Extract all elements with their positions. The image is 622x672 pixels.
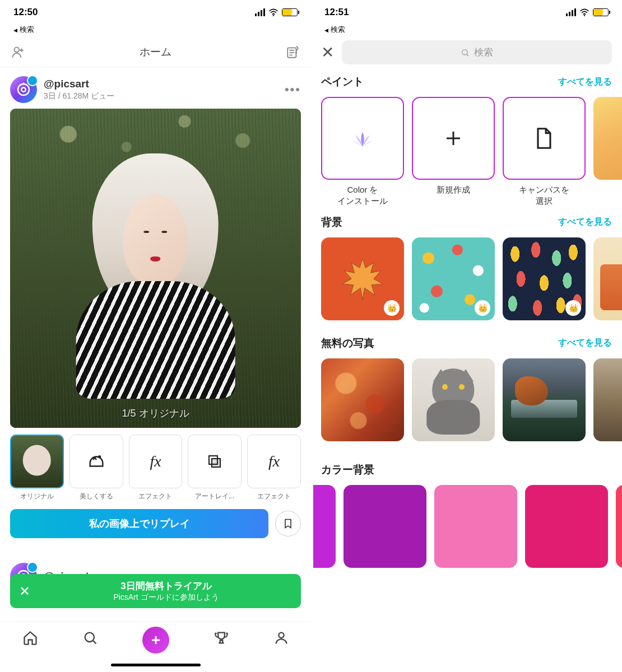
edit-step-artlayer[interactable]: アートレイ... [188,435,242,501]
draft-thumbnail [593,97,622,180]
section-title: カラー背景 [321,463,374,477]
section-title: 無料の写真 [321,336,374,351]
paint-new[interactable]: 新規作成 [412,97,495,207]
back-to-search[interactable]: 検索 [0,25,311,37]
bg-tile-leaves[interactable]: 👑 [503,237,586,320]
see-all-link[interactable]: すべてを見る [558,76,612,88]
post-more-button[interactable]: ••• [285,82,301,97]
plus-icon [443,128,463,148]
premium-icon: 👑 [384,300,400,316]
see-all-link[interactable]: すべてを見る [558,337,612,349]
bg-tile-fall[interactable] [593,237,622,320]
post-subline: 3日 / 61.28M ビュー [44,91,114,101]
status-time: 12:51 [324,7,349,18]
svg-point-5 [21,87,26,92]
wifi-icon [579,8,589,16]
create-header: ✕ 検索 [311,37,622,70]
color-tile[interactable] [616,485,622,568]
section-background-head: 背景 すべてを見る [311,211,622,233]
close-button[interactable]: ✕ [321,43,334,62]
post-header: @picsart 3日 / 61.28M ビュー ••• [0,67,311,109]
color-tile[interactable] [344,485,426,568]
activity-button[interactable] [285,44,301,60]
svg-point-0 [273,15,274,16]
lotus-icon [350,128,375,148]
trial-title: 3日間無料トライアル [40,580,292,592]
trial-subtitle: PicsArt ゴールドに参加しよう [40,592,292,603]
tab-bar [0,622,311,672]
section-title: ペイント [321,74,364,89]
color-tile[interactable] [525,485,608,568]
tab-search[interactable] [82,630,98,648]
edit-step-effect-2[interactable]: fx エフェクト [247,435,301,501]
paint-row[interactable]: Color を インストール 新規作成 キャンバスを 選択 draft_1 71… [311,92,622,211]
svg-point-4 [18,84,29,95]
background-row[interactable]: 👑 👑 👑 [311,233,622,332]
add-friend-button[interactable] [10,44,26,60]
image-pager: 1/5 オリジナル [122,407,189,420]
svg-point-3 [296,52,297,53]
svg-point-14 [462,49,467,54]
battery-icon: ⚡ [593,8,609,16]
phone-left-home: 12:50 ⚡ 検索 ホーム @picsart 3日 / 61.28M ビュー … [0,0,311,672]
bg-tile-maple[interactable]: 👑 [321,237,404,320]
tab-home[interactable] [22,630,38,648]
close-icon[interactable]: ✕ [19,584,30,599]
tab-create[interactable] [142,627,169,654]
avatar[interactable] [10,76,37,103]
edit-steps-row: オリジナル 美しくする fx エフェクト アートレイ... fx エフェクト [0,428,311,506]
free-photos-row[interactable] [311,354,622,458]
edit-step-original[interactable]: オリジナル [10,435,64,501]
svg-rect-8 [212,459,220,467]
color-tile[interactable] [434,485,517,568]
search-placeholder: 検索 [474,46,493,59]
svg-point-13 [584,15,585,16]
status-bar: 12:50 ⚡ [0,0,311,25]
status-indicators: ⚡ [566,8,609,16]
photo-tile-leaves[interactable] [321,358,404,441]
replay-button[interactable]: 私の画像上でリプレイ [10,509,268,538]
see-all-link[interactable]: すべてを見る [558,216,612,228]
replay-row: 私の画像上でリプレイ [0,506,311,546]
home-indicator [111,664,201,666]
svg-point-11 [85,633,94,642]
section-title: 背景 [321,215,342,230]
premium-icon: 👑 [475,300,490,316]
tab-profile[interactable] [273,630,289,648]
section-photos-head: 無料の写真 すべてを見る [311,332,622,354]
color-bg-row[interactable] [311,480,622,568]
status-time: 12:50 [13,7,38,18]
cellular-icon [255,8,265,16]
app-header: ホーム [0,37,311,67]
color-tile[interactable] [313,485,336,568]
post-image[interactable]: 1/5 オリジナル [10,109,301,428]
svg-point-1 [15,47,20,52]
status-indicators: ⚡ [255,8,298,16]
tab-challenges[interactable] [213,630,229,648]
photo-tile-cat[interactable] [412,358,495,441]
wifi-icon [268,8,278,16]
paint-draft[interactable]: draft_1 71883 [593,97,622,207]
status-bar: 12:51 ⚡ [311,0,622,25]
bookmark-button[interactable] [275,511,301,536]
phone-right-create: 12:51 ⚡ 検索 ✕ 検索 ペイント すべてを見る Color を インスト… [311,0,622,672]
document-icon [533,126,555,151]
battery-icon: ⚡ [282,8,298,16]
post-username[interactable]: @picsart [44,78,114,90]
svg-point-6 [99,456,100,458]
paint-install-color[interactable]: Color を インストール [321,97,404,207]
premium-icon: 👑 [565,300,581,316]
photo-tile-lake[interactable] [503,358,586,441]
trial-banner[interactable]: ✕ 3日間無料トライアル PicsArt ゴールドに参加しよう [10,574,301,608]
paint-select-canvas[interactable]: キャンバスを 選択 [503,97,586,207]
page-title: ホーム [140,45,171,59]
cellular-icon [566,8,576,16]
photo-tile-road[interactable] [593,358,622,441]
section-paint-head: ペイント すべてを見る [311,70,622,92]
edit-step-effect-1[interactable]: fx エフェクト [129,435,183,501]
bg-tile-socks[interactable]: 👑 [412,237,495,320]
svg-point-12 [278,633,284,638]
search-input[interactable]: 検索 [342,40,612,64]
edit-step-beautify[interactable]: 美しくする [69,435,123,501]
back-to-search[interactable]: 検索 [311,25,622,37]
